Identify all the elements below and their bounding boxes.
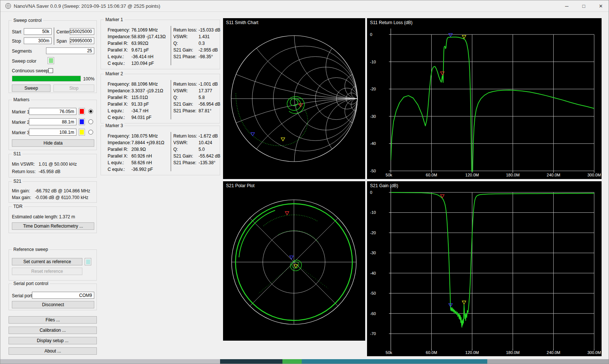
detail-row: VSWR:1.431 [173, 33, 220, 40]
y-tick-label: -40 [370, 271, 376, 275]
disconnect-button[interactable]: Disconnect [12, 301, 94, 308]
marker-1-right-column: Return loss:-15.033 dBVSWR:1.431Q:0.3S21… [173, 27, 220, 60]
s21-polar-plot-chart[interactable]: S21 Polar Plot [223, 181, 365, 341]
x-tick-label: 50k [386, 173, 392, 177]
start-input[interactable]: 50k [24, 28, 52, 35]
marker-triangle[interactable] [449, 33, 452, 37]
marker-1-label: Marker 1 [12, 109, 29, 115]
detail-value: 208.9Ω [131, 147, 146, 152]
detail-label: C equiv.: [108, 166, 131, 173]
display-setup-button[interactable]: Display setup ... [9, 337, 97, 344]
s21-gain-chart[interactable]: 0-10-20-30-40-50-60-7050k60.0M120.0M180.… [367, 181, 602, 356]
marker-1-color-fill [80, 109, 84, 114]
marker-3-details-title: Marker 3 [104, 123, 124, 128]
marker-triangle[interactable] [462, 301, 466, 304]
continuous-sweep-checkbox[interactable] [48, 68, 53, 73]
detail-row: L equiv.:-34.7 nH [108, 107, 163, 114]
divider [171, 80, 171, 119]
detail-value: 5.0 [199, 147, 205, 152]
marker-triangle[interactable] [462, 35, 466, 39]
marker-3-color-fill [80, 130, 84, 135]
files-button[interactable]: Files ... [9, 316, 97, 324]
smith-grid [231, 18, 365, 99]
detail-row: C equiv.:120.094 pF [108, 60, 166, 67]
smith-grid [231, 99, 365, 179]
minimize-button[interactable]: ─ [558, 0, 575, 11]
detail-label: Parallel R: [108, 40, 131, 47]
detail-row: Parallel X:60.926 nH [108, 153, 164, 159]
detail-label: Return loss: [173, 81, 199, 87]
y-tick-label: -50 [370, 169, 376, 173]
set-reference-button[interactable]: Set current as reference [12, 258, 82, 265]
tdr-button[interactable]: Time Domain Reflectometry ... [12, 222, 94, 230]
detail-row: Frequency:108.075 MHz [108, 133, 164, 139]
marker-1-radio[interactable] [88, 109, 93, 114]
marker-3-color-swatch[interactable] [79, 129, 85, 136]
marker-triangle[interactable] [285, 212, 289, 215]
detail-label: S21 Gain: [173, 101, 199, 107]
hide-data-button[interactable]: Hide data [12, 139, 94, 147]
marker-triangle[interactable] [289, 256, 293, 259]
marker-3-right-column: Return loss:-1.672 dBVSWR:10.424Q:5.0S21… [173, 133, 220, 166]
marker-2-color-swatch[interactable] [79, 118, 85, 125]
detail-row: Return loss:-15.033 dB [173, 27, 220, 33]
detail-label: Q: [173, 146, 199, 153]
marker-2-radio[interactable] [88, 119, 93, 124]
s11-smith-chart[interactable]: S11 Smith Chart [223, 18, 365, 179]
calibration-button[interactable]: Calibration ... [9, 327, 97, 334]
sweep-progress-label: 100% [83, 76, 95, 82]
stop-button[interactable]: Stop [53, 85, 94, 92]
close-button[interactable]: ✕ [592, 0, 609, 11]
marker-1-color-swatch[interactable] [79, 108, 85, 115]
center-label: Center [56, 29, 70, 34]
s21-stats-group: S21 Min gain:-66.792 dB @ 104.866 MHz Ma… [9, 181, 97, 203]
marker-2-input[interactable]: 88.1m [29, 118, 76, 125]
detail-value: -1.672 dB [199, 133, 218, 139]
marker-2-label: Marker 2 [12, 120, 29, 125]
s11-return-loss-row: Return loss:-45.958 dB [12, 169, 60, 174]
stop-input[interactable]: 300m [24, 37, 52, 44]
smith-canvas: S11 Smith Chart [223, 18, 365, 179]
span-input[interactable]: 299950000 [70, 37, 94, 44]
sweep-control-group: Sweep control Start 50k Center 150025000… [9, 20, 97, 93]
marker-triangle[interactable] [281, 138, 285, 141]
taskbar-segment [302, 359, 487, 364]
detail-label: L equiv.: [108, 107, 131, 114]
application-window: NanoVNA Saver 0.0.9 (Sweep: 2019-09-15 1… [0, 0, 609, 364]
x-tick-label: 180.0M [506, 350, 520, 355]
reset-reference-button[interactable]: Reset reference [12, 268, 82, 275]
detail-label: Q: [173, 94, 199, 101]
detail-row: S21 Gain:-56.954 dB [173, 101, 220, 107]
serial-port-input[interactable]: COM9 [32, 292, 94, 299]
detail-label: Return loss: [173, 27, 199, 33]
y-tick-label: -20 [370, 231, 376, 235]
detail-value: 87.81° [199, 108, 212, 113]
sweep-button[interactable]: Sweep [12, 85, 50, 92]
tdr-title: TDR [12, 204, 24, 209]
detail-label: Impedance: [108, 87, 131, 94]
maximize-button[interactable]: □ [575, 0, 592, 11]
about-button[interactable]: About ... [9, 347, 97, 355]
segments-input[interactable]: 25 [46, 47, 94, 54]
marker-triangle[interactable] [294, 265, 298, 268]
marker-3-radio[interactable] [88, 130, 93, 135]
stop-label: Stop [12, 39, 21, 44]
detail-value: -2.955 dB [199, 47, 218, 53]
marker-3-input[interactable]: 108.1m [29, 129, 76, 136]
polar-trace [263, 215, 318, 226]
detail-value: 91.33 pF [131, 102, 149, 107]
x-tick-label: 300.0M [587, 173, 601, 177]
marker-1-input[interactable]: 76.05m [29, 108, 76, 115]
detail-label: Frequency: [108, 27, 131, 33]
x-tick-label: 50k [386, 350, 392, 355]
detail-value: 58.839 -j17.413Ω [131, 34, 166, 39]
reference-sweep-title: Reference sweep [12, 247, 49, 252]
reference-color-swatch[interactable] [85, 258, 91, 265]
sweep-color-swatch[interactable] [48, 57, 54, 64]
detail-label: VSWR: [173, 139, 199, 146]
s11-return-loss-chart[interactable]: 0-10-20-30-40-5050k60.0M120.0M180.0M240.… [367, 18, 602, 179]
y-tick-label: -50 [370, 291, 376, 295]
detail-row: Q:5.8 [173, 94, 220, 101]
rl-canvas: 0-10-20-30-40-5050k60.0M120.0M180.0M240.… [367, 18, 602, 179]
center-input[interactable]: 150025000 [70, 28, 94, 35]
